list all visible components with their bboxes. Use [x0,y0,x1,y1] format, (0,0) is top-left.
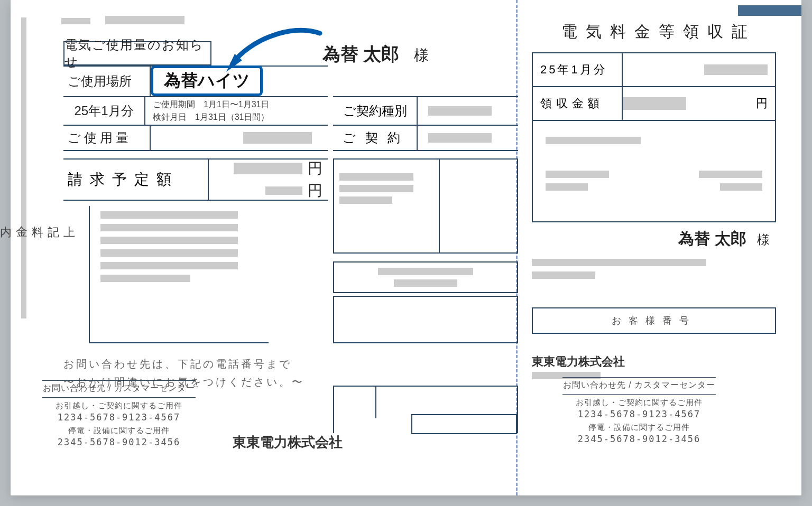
period-details: ご使用期間 1月1日〜1月31日 検針月日 1月31日（31日間） [145,97,328,125]
placeholder-line [100,224,238,231]
placeholder-line [100,262,238,269]
placeholder-block [428,106,492,116]
contact-title: お問い合わせ先 / カスタマーセンター [42,380,196,398]
right-detail-box-d [333,386,518,433]
placeholder-block [428,133,492,143]
customer-name: 為替 太郎 [678,230,746,247]
row-period: 25年1月分 ご使用期間 1月1日〜1月31日 検針月日 1月31日（31日間） [63,96,328,125]
left-margin-bar [21,17,26,318]
placeholder-line [339,185,413,192]
inquiry-line-1: お問い合わせ先は、下記の電話番号まで [63,355,307,373]
contact-title: お問い合わせ先 / カスタマーセンター [562,377,716,395]
customer-name-line: 為替 太郎 様 [322,42,429,67]
placeholder-line [100,211,238,219]
row-contract: ご契約 [333,125,518,151]
placeholder-line [546,183,588,191]
customer-name: 為替 太郎 [322,44,399,64]
receipt-company-name: 東東電力株式会社 [532,354,625,370]
customer-number-box: お客様番号 [532,307,776,334]
placeholder-line [699,171,762,178]
placeholder-line [100,249,238,257]
usage-period-line: ご使用期間 1月1日〜1月31日 [153,98,328,111]
placeholder-line [394,279,457,287]
placeholder-block [623,97,686,110]
honorific: 様 [414,47,429,63]
contact-box-right: お問い合わせ先 / カスタマーセンター お引越し・ご契約に関するご用件 1234… [562,377,716,444]
usage-notice-panel: 電気ご使用量のお知らせ 為替 太郎 様 ご使用場所 為替ハイツ 25年1月分 ご… [32,16,508,26]
notice-title: 電気ご使用量のお知らせ [63,41,211,65]
receipt-panel: 電気料金等領収証 25年1月分 領収金額 円 [532,21,786,222]
yen-unit: 円 [308,158,322,179]
placeholder-block [234,163,302,174]
row-usage: ご使用量 [63,125,328,151]
contact-move-tel: 1234-5678-9123-4567 [42,412,196,423]
contact-move-label: お引越し・ご契約に関するご用件 [562,398,716,408]
placeholder-line [532,259,706,266]
right-detail-box-b [333,261,518,293]
placeholder-block [105,16,184,24]
receipt-customer-name: 為替 太郎 様 [678,228,770,250]
placeholder-line [100,275,190,282]
billing-values: 円 円 [209,157,328,202]
receipt-detail-area [533,121,775,221]
location-value-highlight: 為替ハイツ [151,65,263,96]
fee-breakdown-box [89,206,269,343]
contact-outage-label: 停電・設備に関するご用件 [562,423,716,433]
right-detail-box-c [333,296,518,343]
receipt-period-label: 25年1月分 [533,53,623,86]
contact-box-left: お問い合わせ先 / カスタマーセンター お引越し・ご契約に関するご用件 1234… [42,380,196,447]
location-label: ご使用場所 [63,67,151,96]
placeholder-block [243,132,312,144]
receipt-title: 電気料金等領収証 [532,21,786,43]
placeholder-line [546,137,641,144]
contact-outage-tel: 2345-5678-9012-3456 [42,437,196,447]
breakdown-vertical-label: 上記料金内訳 [63,217,77,221]
honorific: 様 [757,232,770,247]
contact-outage-label: 停電・設備に関するご用件 [42,426,196,436]
placeholder-line [339,173,413,181]
placeholder-block [704,64,768,75]
placeholder-block [265,186,302,195]
receipt-table: 25年1月分 領収金額 円 [532,52,776,222]
placeholder-line [339,196,392,204]
contract-label: ご契約 [333,126,418,150]
billing-label: 請求予定額 [63,160,209,200]
company-name: 東東電力株式会社 [233,433,343,452]
placeholder-line [720,183,762,191]
placeholder-line [100,237,238,244]
placeholder-line [378,268,473,275]
contract-type-label: ご契約種別 [333,97,418,125]
receipt-amount-label: 領収金額 [533,87,623,120]
contact-outage-tel: 2345-5678-9012-3456 [562,434,716,444]
yen-unit: 円 [308,181,322,201]
placeholder-block [61,18,90,24]
usage-label: ご使用量 [63,126,151,150]
document-page: 電気ご使用量のお知らせ 為替 太郎 様 ご使用場所 為替ハイツ 25年1月分 ご… [11,0,801,495]
period-value: 25年1月分 [63,97,145,125]
placeholder-line [532,271,595,279]
usage-value [151,126,328,150]
right-detail-box-a [333,158,518,254]
contact-move-tel: 1234-5678-9123-4567 [562,409,716,419]
row-billing: 請求予定額 円 円 [63,158,328,201]
row-contract-type: ご契約種別 [333,96,518,125]
corner-stripe [738,5,801,16]
meter-date-line: 検針月日 1月31日（31日間） [153,111,328,124]
yen-unit: 円 [756,96,768,111]
placeholder-line [546,171,609,178]
contact-move-label: お引越し・ご契約に関するご用件 [42,401,196,411]
